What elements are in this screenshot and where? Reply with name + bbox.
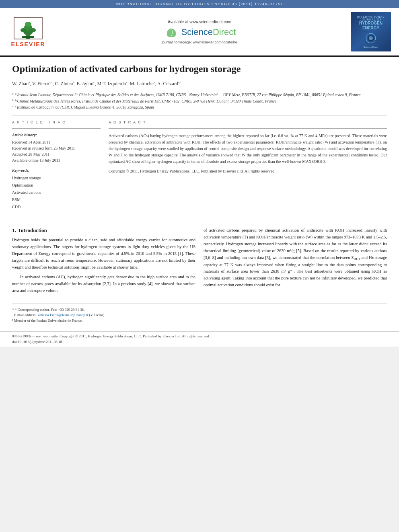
hydrogen-energy-logo: INTERNATIONAL JOURNAL OF HYDROGENENERGY … <box>351 12 391 51</box>
copyright-text: Copyright © 2011, Hydrogen Energy Public… <box>109 168 387 175</box>
journal-header-bar: International Journal of Hydrogen Energy… <box>0 0 399 8</box>
section-divider <box>12 115 387 115</box>
revised-date: Received in revised form 25 May 2011 <box>12 145 101 151</box>
article-info-abstract: A R T I C L E I N F O Article history: R… <box>12 120 387 211</box>
page: International Journal of Hydrogen Energy… <box>0 0 399 347</box>
body-right-col: of activated carbons prepared by chemica… <box>204 227 387 297</box>
abstract-divider <box>109 128 387 129</box>
email-link[interactable]: Vanessa.Fierro@lcsm.uhp-nancy.fr <box>37 313 88 317</box>
section-title-text: Introduction <box>19 227 47 233</box>
accepted-date: Accepted 28 May 2011 <box>12 151 101 157</box>
intro-left-text: Hydrogen holds the potential to provide … <box>12 237 195 294</box>
sd-leaf-icon <box>163 26 179 38</box>
history-label: Article history: <box>12 133 101 137</box>
svg-point-5 <box>30 28 36 32</box>
received-date: Received 14 April 2011 <box>12 139 101 145</box>
article-title: Optimization of activated carbons for hy… <box>12 63 387 75</box>
issn-line: 0360-3199/$ — see front matter Copyright… <box>12 334 387 339</box>
affiliations: a ᵃ Institut Jean Lamour, Département 2:… <box>12 92 387 110</box>
he-logo-box: INTERNATIONAL JOURNAL OF HYDROGENENERGY … <box>351 12 391 51</box>
elsevier-logo: ELSEVIER <box>8 16 48 47</box>
abstract-text: Activated carbons (ACs) having hydrogen … <box>109 133 387 165</box>
intro-para-3: of activated carbons prepared by chemica… <box>204 227 387 288</box>
body-left-col: 1. Introduction Hydrogen holds the poten… <box>12 227 195 297</box>
main-content: Optimization of activated carbons for hy… <box>0 57 399 331</box>
svg-rect-6 <box>22 36 34 38</box>
svg-point-10 <box>369 36 373 40</box>
info-divider <box>12 128 101 129</box>
svg-point-4 <box>21 28 26 32</box>
svg-point-3 <box>25 22 31 27</box>
publisher-header: ELSEVIER Available at www.sciencedirect.… <box>0 8 399 57</box>
keyword-cdd: CDD <box>12 203 101 211</box>
authors-text: W. Zhaoa, V. Fierroa,*, C. Zloteab, E. A… <box>12 81 181 86</box>
affiliation-a: a ᵃ Institut Jean Lamour, Département 2:… <box>12 92 387 98</box>
article-history: Article history: Received 14 April 2011 … <box>12 133 101 163</box>
article-info-label: A R T I C L E I N F O <box>12 120 101 124</box>
email-person: (V. Fierro). <box>89 313 105 317</box>
elsevier-tree-icon <box>12 16 44 40</box>
authors: W. Zhaoa, V. Fierroa,*, C. Zloteab, E. A… <box>12 80 387 88</box>
body-divider <box>12 219 387 219</box>
elsevier-brand-name: ELSEVIER <box>11 41 45 47</box>
email-label: E-mail address: <box>14 313 37 317</box>
keyword-rsm: RSM <box>12 196 101 203</box>
journal-title: International Journal of Hydrogen Energy… <box>116 2 284 6</box>
keywords-section: Keywords: Hydrogen storage Optimisation … <box>12 168 101 211</box>
corresponding-author-text: * Corresponding author. Fax: +33 329 29 … <box>15 308 85 312</box>
abstract-label: A B S T R A C T <box>109 120 387 124</box>
available-online-date: Available online 13 July 2011 <box>12 157 101 163</box>
intro-para-1: Hydrogen holds the potential to provide … <box>12 237 195 271</box>
doi-line: doi:10.1016/j.ijhydene.2011.05.181 <box>12 339 387 345</box>
sciencedirect-header: Available at www.sciencedirect.com Scien… <box>54 20 345 44</box>
intro-right-text: of activated carbons prepared by chemica… <box>204 227 387 288</box>
keyword-activated-carbons: Activated carbons <box>12 189 101 196</box>
keyword-optimisation: Optimisation <box>12 182 101 189</box>
footnote-email: E-mail address: Vanessa.Fierro@lcsm.uhp-… <box>12 312 387 318</box>
section-number: 1. <box>12 227 16 233</box>
right-column: A B S T R A C T Activated carbons (ACs) … <box>109 120 387 211</box>
affiliation-c: c ᶜ Instituto de Carboquímica (CSIC), Mi… <box>12 104 387 110</box>
available-text: Available at www.sciencedirect.com <box>54 20 345 24</box>
intro-para-2: In activated carbons (AC), hydrogen sign… <box>12 274 195 294</box>
bottom-bar: 0360-3199/$ — see front matter Copyright… <box>0 331 399 347</box>
left-column: A R T I C L E I N F O Article history: R… <box>12 120 101 211</box>
intro-section-title: 1. Introduction <box>12 227 195 234</box>
sciencedirect-name: ScienceDirect <box>181 27 236 37</box>
body-content: 1. Introduction Hydrogen holds the poten… <box>12 227 387 297</box>
footnote-member: ¹ Member of the Institut Universitaire d… <box>12 318 387 324</box>
journal-homepage: journal homepage: www.elsevier.com/locat… <box>54 40 345 44</box>
he-logo-graphic <box>355 32 387 44</box>
keyword-hydrogen-storage: Hydrogen storage <box>12 175 101 182</box>
affiliation-b: b ᵇ Chimie Métallurgique des Terres Rare… <box>12 98 387 104</box>
he-logo-title: HYDROGENENERGY <box>354 21 388 31</box>
keywords-label: Keywords: <box>12 168 101 173</box>
footnote-corresponding: * * Corresponding author. Fax: +33 329 2… <box>12 307 387 313</box>
footnotes-section: * * Corresponding author. Fax: +33 329 2… <box>12 304 387 324</box>
sciencedirect-logo: ScienceDirect <box>54 26 345 38</box>
